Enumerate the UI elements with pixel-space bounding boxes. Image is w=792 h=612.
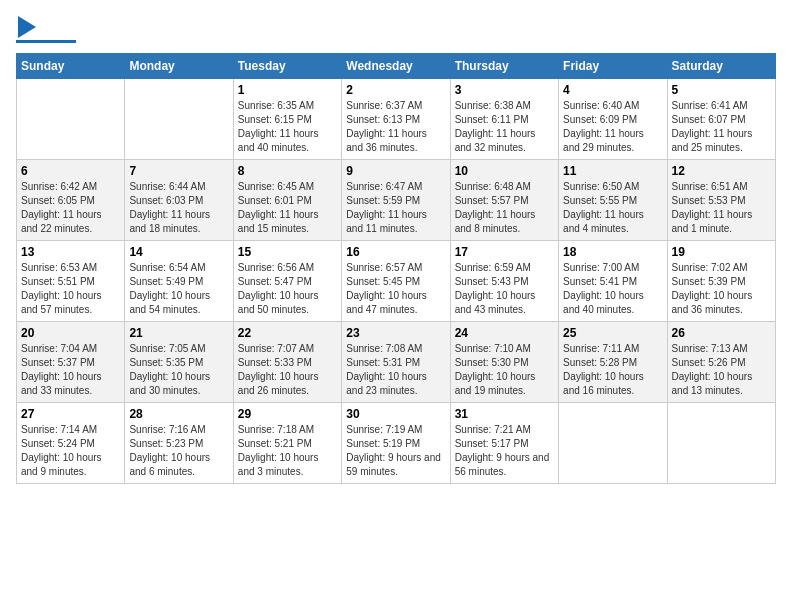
calendar-cell: 20Sunrise: 7:04 AMSunset: 5:37 PMDayligh…: [17, 322, 125, 403]
day-info: Sunrise: 7:07 AMSunset: 5:33 PMDaylight:…: [238, 342, 337, 398]
day-number: 3: [455, 83, 554, 97]
day-number: 28: [129, 407, 228, 421]
day-info: Sunrise: 7:14 AMSunset: 5:24 PMDaylight:…: [21, 423, 120, 479]
calendar-cell: [559, 403, 667, 484]
day-number: 11: [563, 164, 662, 178]
calendar-cell: 16Sunrise: 6:57 AMSunset: 5:45 PMDayligh…: [342, 241, 450, 322]
day-number: 14: [129, 245, 228, 259]
day-info: Sunrise: 6:59 AMSunset: 5:43 PMDaylight:…: [455, 261, 554, 317]
calendar-cell: 31Sunrise: 7:21 AMSunset: 5:17 PMDayligh…: [450, 403, 558, 484]
svg-marker-0: [18, 16, 36, 38]
day-number: 19: [672, 245, 771, 259]
day-info: Sunrise: 7:13 AMSunset: 5:26 PMDaylight:…: [672, 342, 771, 398]
day-number: 6: [21, 164, 120, 178]
day-info: Sunrise: 6:40 AMSunset: 6:09 PMDaylight:…: [563, 99, 662, 155]
weekday-header-wednesday: Wednesday: [342, 54, 450, 79]
day-info: Sunrise: 7:21 AMSunset: 5:17 PMDaylight:…: [455, 423, 554, 479]
calendar-cell: 11Sunrise: 6:50 AMSunset: 5:55 PMDayligh…: [559, 160, 667, 241]
calendar-cell: 25Sunrise: 7:11 AMSunset: 5:28 PMDayligh…: [559, 322, 667, 403]
day-info: Sunrise: 7:10 AMSunset: 5:30 PMDaylight:…: [455, 342, 554, 398]
day-info: Sunrise: 7:04 AMSunset: 5:37 PMDaylight:…: [21, 342, 120, 398]
day-number: 26: [672, 326, 771, 340]
day-info: Sunrise: 6:48 AMSunset: 5:57 PMDaylight:…: [455, 180, 554, 236]
weekday-header-sunday: Sunday: [17, 54, 125, 79]
day-number: 17: [455, 245, 554, 259]
calendar-cell: 24Sunrise: 7:10 AMSunset: 5:30 PMDayligh…: [450, 322, 558, 403]
day-number: 30: [346, 407, 445, 421]
calendar-cell: 23Sunrise: 7:08 AMSunset: 5:31 PMDayligh…: [342, 322, 450, 403]
day-number: 8: [238, 164, 337, 178]
weekday-header-friday: Friday: [559, 54, 667, 79]
day-info: Sunrise: 7:02 AMSunset: 5:39 PMDaylight:…: [672, 261, 771, 317]
calendar-row-4: 27Sunrise: 7:14 AMSunset: 5:24 PMDayligh…: [17, 403, 776, 484]
calendar-cell: 9Sunrise: 6:47 AMSunset: 5:59 PMDaylight…: [342, 160, 450, 241]
weekday-header-tuesday: Tuesday: [233, 54, 341, 79]
logo: [16, 16, 76, 43]
day-info: Sunrise: 6:45 AMSunset: 6:01 PMDaylight:…: [238, 180, 337, 236]
day-info: Sunrise: 6:51 AMSunset: 5:53 PMDaylight:…: [672, 180, 771, 236]
calendar-cell: 10Sunrise: 6:48 AMSunset: 5:57 PMDayligh…: [450, 160, 558, 241]
day-number: 24: [455, 326, 554, 340]
calendar-cell: 7Sunrise: 6:44 AMSunset: 6:03 PMDaylight…: [125, 160, 233, 241]
day-number: 15: [238, 245, 337, 259]
day-info: Sunrise: 6:50 AMSunset: 5:55 PMDaylight:…: [563, 180, 662, 236]
day-number: 31: [455, 407, 554, 421]
calendar-cell: 30Sunrise: 7:19 AMSunset: 5:19 PMDayligh…: [342, 403, 450, 484]
calendar-cell: 26Sunrise: 7:13 AMSunset: 5:26 PMDayligh…: [667, 322, 775, 403]
calendar-cell: [17, 79, 125, 160]
day-info: Sunrise: 6:42 AMSunset: 6:05 PMDaylight:…: [21, 180, 120, 236]
day-number: 10: [455, 164, 554, 178]
day-info: Sunrise: 6:57 AMSunset: 5:45 PMDaylight:…: [346, 261, 445, 317]
day-number: 7: [129, 164, 228, 178]
day-info: Sunrise: 7:16 AMSunset: 5:23 PMDaylight:…: [129, 423, 228, 479]
day-number: 4: [563, 83, 662, 97]
day-number: 20: [21, 326, 120, 340]
calendar-cell: 4Sunrise: 6:40 AMSunset: 6:09 PMDaylight…: [559, 79, 667, 160]
logo-arrow-icon: [18, 16, 36, 38]
day-number: 29: [238, 407, 337, 421]
day-info: Sunrise: 6:41 AMSunset: 6:07 PMDaylight:…: [672, 99, 771, 155]
day-number: 5: [672, 83, 771, 97]
day-number: 23: [346, 326, 445, 340]
calendar-cell: 17Sunrise: 6:59 AMSunset: 5:43 PMDayligh…: [450, 241, 558, 322]
day-info: Sunrise: 7:05 AMSunset: 5:35 PMDaylight:…: [129, 342, 228, 398]
page-header: [16, 16, 776, 43]
calendar-row-3: 20Sunrise: 7:04 AMSunset: 5:37 PMDayligh…: [17, 322, 776, 403]
day-number: 9: [346, 164, 445, 178]
day-info: Sunrise: 7:00 AMSunset: 5:41 PMDaylight:…: [563, 261, 662, 317]
calendar-cell: 1Sunrise: 6:35 AMSunset: 6:15 PMDaylight…: [233, 79, 341, 160]
calendar-cell: 2Sunrise: 6:37 AMSunset: 6:13 PMDaylight…: [342, 79, 450, 160]
day-number: 16: [346, 245, 445, 259]
day-info: Sunrise: 6:56 AMSunset: 5:47 PMDaylight:…: [238, 261, 337, 317]
logo-line: [16, 40, 76, 43]
day-info: Sunrise: 6:38 AMSunset: 6:11 PMDaylight:…: [455, 99, 554, 155]
day-number: 25: [563, 326, 662, 340]
calendar-cell: 14Sunrise: 6:54 AMSunset: 5:49 PMDayligh…: [125, 241, 233, 322]
day-info: Sunrise: 7:19 AMSunset: 5:19 PMDaylight:…: [346, 423, 445, 479]
calendar-cell: 27Sunrise: 7:14 AMSunset: 5:24 PMDayligh…: [17, 403, 125, 484]
day-info: Sunrise: 7:18 AMSunset: 5:21 PMDaylight:…: [238, 423, 337, 479]
day-number: 22: [238, 326, 337, 340]
calendar-cell: 12Sunrise: 6:51 AMSunset: 5:53 PMDayligh…: [667, 160, 775, 241]
calendar-cell: 18Sunrise: 7:00 AMSunset: 5:41 PMDayligh…: [559, 241, 667, 322]
calendar-cell: 22Sunrise: 7:07 AMSunset: 5:33 PMDayligh…: [233, 322, 341, 403]
day-info: Sunrise: 6:44 AMSunset: 6:03 PMDaylight:…: [129, 180, 228, 236]
day-info: Sunrise: 6:35 AMSunset: 6:15 PMDaylight:…: [238, 99, 337, 155]
day-number: 2: [346, 83, 445, 97]
day-info: Sunrise: 7:08 AMSunset: 5:31 PMDaylight:…: [346, 342, 445, 398]
calendar-cell: 3Sunrise: 6:38 AMSunset: 6:11 PMDaylight…: [450, 79, 558, 160]
day-number: 27: [21, 407, 120, 421]
day-number: 12: [672, 164, 771, 178]
weekday-header-thursday: Thursday: [450, 54, 558, 79]
calendar-cell: 29Sunrise: 7:18 AMSunset: 5:21 PMDayligh…: [233, 403, 341, 484]
weekday-header-row: SundayMondayTuesdayWednesdayThursdayFrid…: [17, 54, 776, 79]
calendar-cell: 13Sunrise: 6:53 AMSunset: 5:51 PMDayligh…: [17, 241, 125, 322]
day-number: 21: [129, 326, 228, 340]
calendar-cell: [125, 79, 233, 160]
calendar-cell: 21Sunrise: 7:05 AMSunset: 5:35 PMDayligh…: [125, 322, 233, 403]
calendar-cell: 6Sunrise: 6:42 AMSunset: 6:05 PMDaylight…: [17, 160, 125, 241]
calendar-row-0: 1Sunrise: 6:35 AMSunset: 6:15 PMDaylight…: [17, 79, 776, 160]
day-info: Sunrise: 6:47 AMSunset: 5:59 PMDaylight:…: [346, 180, 445, 236]
day-number: 1: [238, 83, 337, 97]
weekday-header-saturday: Saturday: [667, 54, 775, 79]
